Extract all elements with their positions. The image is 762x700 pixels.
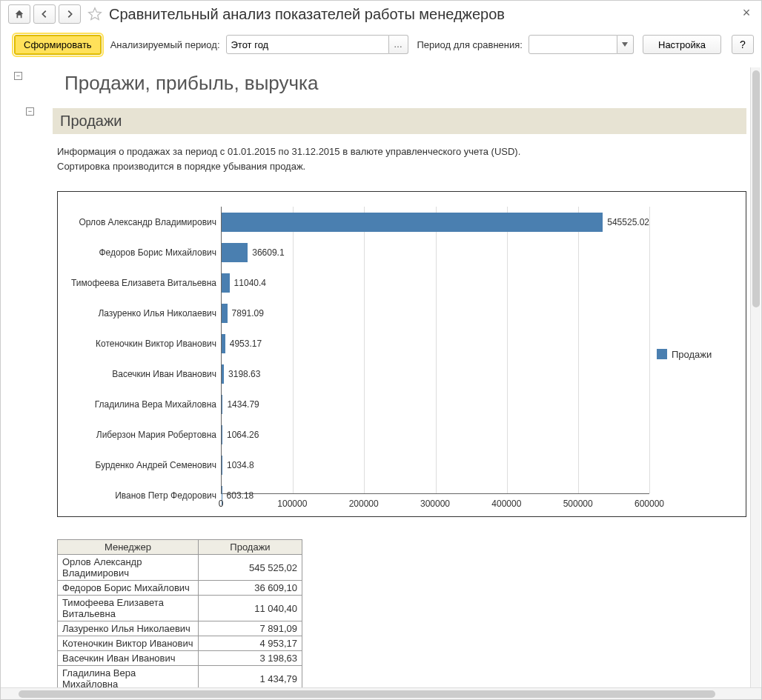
- table-cell-sales: 545 525,02: [199, 555, 302, 581]
- chart-x-tick: 300000: [420, 499, 450, 509]
- outline-collapse-button-1[interactable]: −: [14, 72, 22, 80]
- chart-y-label: Либерзон Мария Робертовна: [58, 419, 221, 450]
- chart-x-tick: 200000: [349, 499, 379, 509]
- chart-bar: [222, 425, 222, 444]
- table-row[interactable]: Орлов Александр Владимирович545 525,02: [58, 555, 302, 581]
- chart-bar: [222, 273, 230, 293]
- chart-bar: [222, 364, 224, 384]
- chart-bar-row: 3198.63: [222, 359, 649, 389]
- table-row[interactable]: Котеночкин Виктор Иванович4 953,17: [58, 636, 302, 651]
- table-cell-manager: Васечкин Иван Иванович: [58, 651, 199, 666]
- table-cell-manager: Лазуренко Илья Николаевич: [58, 621, 199, 636]
- table-header-row: Менеджер Продажи: [58, 540, 302, 555]
- chart-bar-value-label: 1064.26: [227, 430, 259, 440]
- chart-bar-row: 11040.4: [222, 267, 649, 298]
- chart-gridline: [649, 207, 650, 493]
- chart-bar-value-label: 1434.79: [227, 399, 259, 410]
- legend-label: Продажи: [672, 349, 712, 360]
- report-heading: Продажи, прибыль, выручка: [64, 72, 746, 95]
- compare-period-label: Период для сравнения:: [417, 39, 523, 50]
- chart-bar-value-label: 4953.17: [230, 339, 262, 349]
- titlebar: Сравнительный анализ показателей работы …: [1, 1, 761, 27]
- table-row[interactable]: Васечкин Иван Иванович3 198,63: [58, 651, 302, 666]
- table-cell-sales: 7 891,09: [199, 621, 302, 636]
- period-ellipsis-button[interactable]: …: [389, 35, 408, 54]
- info-line-1: Информация о продажах за период с 01.01.…: [57, 146, 520, 157]
- table-row[interactable]: Тимофеева Елизавета Витальевна11 040,40: [58, 596, 302, 621]
- home-button[interactable]: [8, 4, 30, 24]
- settings-button[interactable]: Настройка: [643, 35, 721, 54]
- chart-bar-row: 1434.79: [222, 389, 649, 419]
- sales-chart: Орлов Александр ВладимировичФедоров Бори…: [57, 191, 746, 517]
- back-button[interactable]: [33, 4, 56, 24]
- outline-collapse-button-2[interactable]: −: [26, 107, 34, 116]
- chart-bar-value-label: 36609.1: [252, 247, 284, 258]
- chart-bar-row: 1034.8: [222, 450, 649, 480]
- table-cell-sales: 11 040,40: [199, 596, 302, 621]
- chart-y-label: Федоров Борис Михайлович: [58, 237, 221, 267]
- horizontal-scrollbar[interactable]: [1, 687, 761, 699]
- chart-bar: [222, 334, 225, 353]
- chart-x-tick: 400000: [491, 499, 521, 509]
- table-cell-manager: Котеночкин Виктор Иванович: [58, 636, 199, 651]
- chart-y-label: Бурденко Андрей Семенович: [58, 450, 221, 480]
- chart-bar-row: 7891.09: [222, 298, 649, 328]
- star-icon: [87, 7, 102, 21]
- chart-bar-value-label: 1034.8: [227, 460, 254, 470]
- chart-bar: [222, 304, 228, 323]
- chart-bar: [222, 456, 222, 475]
- page-title: Сравнительный анализ показателей работы …: [109, 6, 505, 23]
- table-cell-manager: Федоров Борис Михайлович: [58, 581, 199, 596]
- generate-button[interactable]: Сформировать: [14, 35, 102, 55]
- favorite-star-button[interactable]: [87, 6, 103, 22]
- horizontal-scrollbar-thumb[interactable]: [19, 690, 715, 698]
- vertical-scrollbar-thumb[interactable]: [752, 70, 760, 307]
- chart-bar-row: 1064.26: [222, 419, 649, 450]
- chart-bar-row: 545525.02: [222, 207, 649, 237]
- report-body: − − Продажи, прибыль, выручка Продажи Ин…: [1, 64, 761, 687]
- chart-bar-row: 36609.1: [222, 237, 649, 267]
- period-input[interactable]: [226, 35, 389, 54]
- chart-y-label: Орлов Александр Владимирович: [58, 207, 221, 237]
- chart-legend: Продажи: [657, 192, 746, 516]
- table-cell-sales: 36 609,10: [199, 581, 302, 596]
- chart-y-label: Васечкин Иван Иванович: [58, 359, 221, 389]
- chart-bar: [222, 395, 222, 414]
- chart-x-tick: 0: [219, 499, 224, 509]
- chart-bar: [222, 243, 248, 262]
- table-cell-manager: Орлов Александр Владимирович: [58, 555, 199, 581]
- chart-y-label: Гладилина Вера Михайловна: [58, 389, 221, 419]
- chart-bar-value-label: 3198.63: [228, 369, 260, 379]
- vertical-scrollbar[interactable]: [750, 67, 761, 687]
- info-text: Информация о продажах за период с 01.01.…: [57, 144, 746, 173]
- outline-gutter: − −: [1, 64, 38, 687]
- chart-y-label: Котеночкин Виктор Иванович: [58, 328, 221, 359]
- help-button[interactable]: ?: [732, 35, 754, 54]
- table-cell-sales: 3 198,63: [199, 651, 302, 666]
- chevron-down-icon: [622, 42, 628, 47]
- close-button[interactable]: ×: [739, 5, 754, 21]
- info-line-2: Сортировка производится в порядке убыван…: [57, 161, 305, 172]
- table-cell-manager: Тимофеева Елизавета Витальевна: [58, 596, 199, 621]
- compare-period-dropdown-button[interactable]: [617, 35, 634, 54]
- table-row[interactable]: Федоров Борис Михайлович36 609,10: [58, 581, 302, 596]
- table-header-sales: Продажи: [199, 540, 302, 555]
- chart-x-tick: 600000: [635, 499, 664, 509]
- forward-button[interactable]: [59, 4, 81, 24]
- compare-period-input[interactable]: [529, 35, 617, 54]
- section-heading: Продажи: [53, 108, 746, 134]
- sales-table: Менеджер Продажи Орлов Александр Владими…: [57, 539, 302, 687]
- chart-y-label: Тимофеева Елизавета Витальевна: [58, 267, 221, 298]
- table-header-manager: Менеджер: [58, 540, 199, 555]
- toolbar: Сформировать Анализируемый период: … Пер…: [1, 27, 761, 64]
- period-label: Анализируемый период:: [110, 39, 220, 50]
- table-cell-sales: 4 953,17: [199, 636, 302, 651]
- chart-x-tick: 100000: [277, 499, 307, 509]
- table-row[interactable]: Лазуренко Илья Николаевич7 891,09: [58, 621, 302, 636]
- arrow-right-icon: [64, 9, 75, 19]
- chart-bar: [222, 213, 603, 232]
- table-row[interactable]: Гладилина Вера Михайловна1 434,79: [58, 666, 302, 688]
- chart-bar-value-label: 11040.4: [234, 278, 266, 288]
- legend-swatch: [657, 349, 667, 359]
- table-cell-sales: 1 434,79: [199, 666, 302, 688]
